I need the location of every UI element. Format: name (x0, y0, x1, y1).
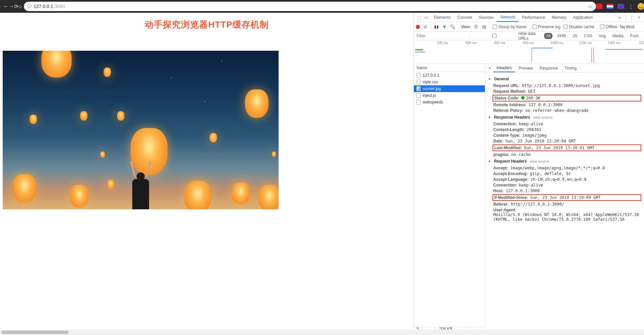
request-list: Name 127.0.0.1style.csssunset.jpginject.… (414, 64, 485, 335)
bookmark-star-icon[interactable]: ☆ (588, 3, 593, 10)
header-row: Connection:keep-alive (493, 183, 641, 187)
request-row[interactable]: sunset.jpg (414, 85, 485, 92)
timeline-tick: 800 ms (523, 41, 534, 45)
page-content: 动手探究浏览器HTTP缓存机制 (0, 13, 414, 335)
reload-button[interactable]: ⟳ (14, 3, 19, 10)
extension-flag-icon[interactable] (596, 4, 603, 9)
request-name: inject.js (423, 93, 436, 98)
header-row: Connection:keep-alive (493, 122, 641, 126)
overview-icon[interactable]: ▤ (481, 24, 487, 29)
devtools-panel: ⬚ ▭ ElementsConsoleSourcesNetworkPerform… (414, 13, 644, 335)
timeline-tick: 600 ms (494, 41, 505, 45)
network-timeline[interactable]: 200 ms400 ms600 ms800 ms1000 ms1200 ms14… (414, 40, 644, 64)
timeline-tick: 1000 ms (550, 41, 563, 45)
file-icon (417, 100, 421, 104)
section-response-headers[interactable]: ▼Response Headersview source (488, 115, 641, 120)
devtools-tab-sources[interactable]: Sources (475, 13, 497, 22)
more-tabs-icon[interactable]: » (616, 15, 623, 20)
devtools-tab-application[interactable]: Application (570, 13, 596, 22)
disable-cache-checkbox[interactable]: Disable cache (563, 25, 594, 29)
extension-us-flag-icon[interactable] (607, 4, 613, 9)
devtools-menu-icon[interactable]: ⋮ (628, 15, 635, 20)
devtools-tab-network[interactable]: Network (497, 13, 518, 22)
home-button[interactable]: ⌂ (19, 3, 22, 9)
filter-type-img[interactable]: Img (597, 33, 608, 39)
hide-data-urls-checkbox[interactable]: Hide data URLs (472, 31, 541, 41)
filter-type-media[interactable]: Media (610, 33, 625, 39)
device-toggle-icon[interactable]: ▭ (423, 15, 430, 20)
filter-input[interactable] (414, 32, 470, 40)
offline-checkbox[interactable]: Offline (600, 25, 617, 29)
detail-tab-strip: × HeadersPreviewResponseTiming (485, 64, 644, 73)
header-row: Content-Type:image/jpeg (493, 133, 641, 138)
back-button[interactable]: ← (3, 3, 9, 9)
devtools-tab-console[interactable]: Console (454, 13, 475, 22)
request-row[interactable]: 127.0.0.1 (414, 72, 485, 79)
section-general[interactable]: ▼General (488, 77, 641, 81)
request-name: style.css (423, 80, 438, 84)
header-row: Request Method:GET (493, 89, 641, 94)
timeline-tick: 1400 ms (608, 41, 620, 45)
view-label: View: (461, 25, 471, 29)
section-request-headers[interactable]: ▼Request Headersview source (488, 159, 641, 164)
request-row[interactable]: inject.js (414, 92, 485, 99)
filter-type-js[interactable]: JS (571, 33, 579, 39)
header-row: Host:127.0.0.1:3000 (493, 189, 641, 193)
header-row: Referrer Policy:no-referrer-when-downgra… (493, 108, 641, 113)
request-detail-pane: × HeadersPreviewResponseTiming ▼GeneralR… (485, 64, 644, 335)
detail-tab-headers[interactable]: Headers (493, 64, 515, 72)
file-icon (417, 80, 421, 84)
filter-type-css[interactable]: CSS (582, 33, 595, 39)
header-row: Accept-Language:zh-CN,zh;q=0.9,en;q=0.8 (493, 177, 641, 182)
devtools-tab-elements[interactable]: Elements (430, 13, 454, 22)
extensions-row: ⋮ 😀 (596, 3, 644, 10)
file-icon (417, 93, 421, 98)
detail-tab-response[interactable]: Response (536, 64, 561, 72)
profile-avatar[interactable]: 😀 (638, 3, 644, 10)
request-name: webspeeds (423, 100, 443, 104)
clear-icon[interactable]: ⊘ (423, 24, 428, 29)
timeline-tick: 1600 (639, 41, 644, 45)
page-title: 动手探究浏览器HTTP缓存机制 (3, 19, 411, 31)
omnibox[interactable]: ⓘ 127.0.0.1:3000 ☆ (24, 2, 596, 11)
devtools-tab-memory[interactable]: Memory (548, 13, 570, 22)
throttling-dropdown[interactable]: No throt (620, 25, 635, 29)
file-icon (417, 73, 421, 78)
header-row: Request URL:http://127.0.0.1:3000/sunset… (493, 83, 641, 88)
inspect-icon[interactable]: ⬚ (415, 15, 423, 20)
url-text: 127.0.0.1:3000 (34, 4, 65, 9)
header-row: Remote Address:127.0.0.1:3000 (493, 102, 641, 107)
headers-body: ▼GeneralRequest URL:http://127.0.0.1:300… (485, 73, 644, 335)
record-button[interactable] (416, 25, 420, 29)
horizontal-scrollbar[interactable] (0, 330, 644, 335)
filter-funnel-icon[interactable]: ▼ (442, 24, 447, 29)
page-image-sunset (3, 51, 279, 209)
detail-tab-timing[interactable]: Timing (561, 64, 580, 72)
close-detail-icon[interactable]: × (487, 66, 493, 71)
preserve-log-checkbox[interactable]: Preserve log (532, 25, 561, 29)
request-row[interactable]: webspeeds (414, 99, 485, 106)
extension-purple-icon[interactable] (617, 4, 624, 9)
group-by-frame-checkbox[interactable]: Group by frame (493, 25, 526, 29)
request-list-header[interactable]: Name (414, 64, 485, 72)
file-icon (417, 86, 421, 91)
filter-type-xhr[interactable]: XHR (555, 33, 568, 39)
timeline-tick: 400 ms (466, 41, 477, 45)
filter-type-font[interactable]: Font (628, 33, 640, 39)
header-row: Last-Modified:Sun, 23 Jun 2019 13:20:01 … (493, 144, 641, 151)
devtools-close-icon[interactable]: × (635, 15, 643, 20)
header-row: Accept-Encoding:gzip, deflate, br (493, 171, 641, 176)
search-icon[interactable]: 🔍 (450, 24, 455, 29)
devtools-tab-performance[interactable]: Performance (518, 13, 548, 22)
detail-tab-preview[interactable]: Preview (515, 64, 536, 72)
request-name: sunset.jpg (423, 86, 441, 91)
camera-icon[interactable]: ▮▮ (434, 24, 439, 29)
request-row[interactable]: style.css (414, 79, 485, 85)
filter-type-all[interactable]: All (544, 33, 552, 39)
header-row: If-Modified-Since:Sun, 23 Jun 2019 13:19… (493, 194, 641, 201)
browser-menu-divider: ⋮ (628, 3, 634, 10)
info-icon: ⓘ (27, 3, 32, 9)
forward-button[interactable]: → (9, 3, 14, 9)
network-filter-bar: Hide data URLs AllXHRJSCSSImgMediaFontDo… (414, 32, 644, 40)
large-rows-icon[interactable]: ☰ (473, 24, 479, 29)
